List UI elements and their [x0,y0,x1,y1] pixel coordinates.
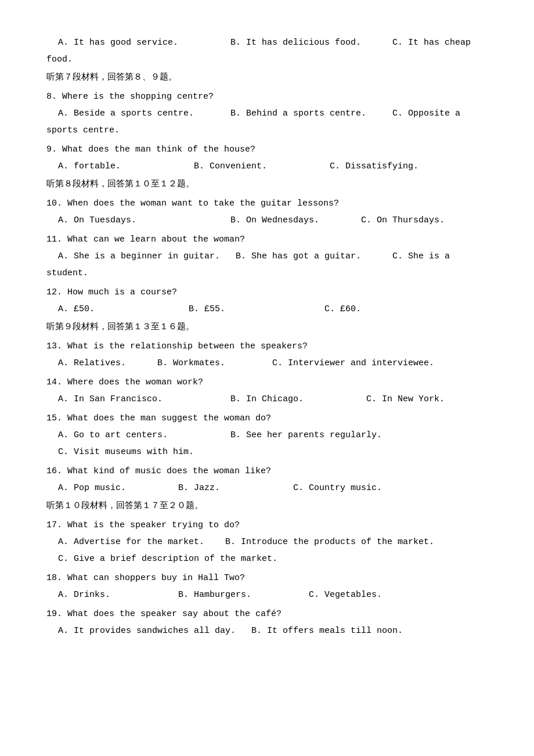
q9-options: A. fortable. B. Convenient. C. Dissatisf… [58,159,499,174]
section-7: 听第７段材料，回答第８、９题。 [46,70,499,85]
q9: 9. What does the man think of the house? [46,142,499,157]
q16: 16. What kind of music does the woman li… [46,463,499,479]
line-2: food. [46,52,499,67]
section-8: 听第８段材料，回答第１０至１２题。 [46,177,499,192]
q13: 13. What is the relationship between the… [46,339,499,354]
main-content: A. It has good service. B. It has delici… [46,35,499,639]
q18-options: A. Drinks. B. Hamburgers. C. Vegetables. [58,587,499,603]
q11-options: A. She is a beginner in guitar. B. She h… [58,249,499,264]
q17-options-a: A. Advertise for the market. B. Introduc… [58,534,499,550]
section-10: 听第１０段材料，回答第１７至２０题。 [46,498,499,514]
q16-options: A. Pop music. B. Jazz. C. Country music. [58,480,499,496]
q18: 18. What can shoppers buy in Hall Two? [46,570,499,586]
q15-options-c: C. Visit museums with him. [58,444,499,460]
q10-options: A. On Tuesdays. B. On Wednesdays. C. On … [58,213,499,228]
q17-options-c: C. Give a brief description of the marke… [58,551,499,567]
q11: 11. What can we learn about the woman? [46,232,499,247]
q8-cont: sports centre. [46,123,499,138]
q15-options-a: A. Go to art centers. B. See her parents… [58,427,499,443]
q12: 12. How much is a course? [46,285,499,300]
q13-options: A. Relatives. B. Workmates. C. Interview… [58,355,499,371]
section-9: 听第９段材料，回答第１３至１６题。 [46,319,499,335]
q19: 19. What does the speaker say about the … [46,606,499,622]
q10: 10. When does the woman want to take the… [46,196,499,211]
q17: 17. What is the speaker trying to do? [46,517,499,533]
q8: 8. Where is the shopping centre? [46,89,499,105]
q8-options: A. Beside a sports centre. B. Behind a s… [58,106,499,121]
q11-cont: student. [46,265,499,281]
line-1: A. It has good service. B. It has delici… [58,35,499,51]
q19-options: A. It provides sandwiches all day. B. It… [58,623,499,639]
q12-options: A. £50. B. £55. C. £60. [58,301,499,317]
q15: 15. What does the man suggest the woman … [46,411,499,426]
q14: 14. Where does the woman work? [46,375,499,390]
q14-options: A. In San Francisco. B. In Chicago. C. I… [58,391,499,407]
